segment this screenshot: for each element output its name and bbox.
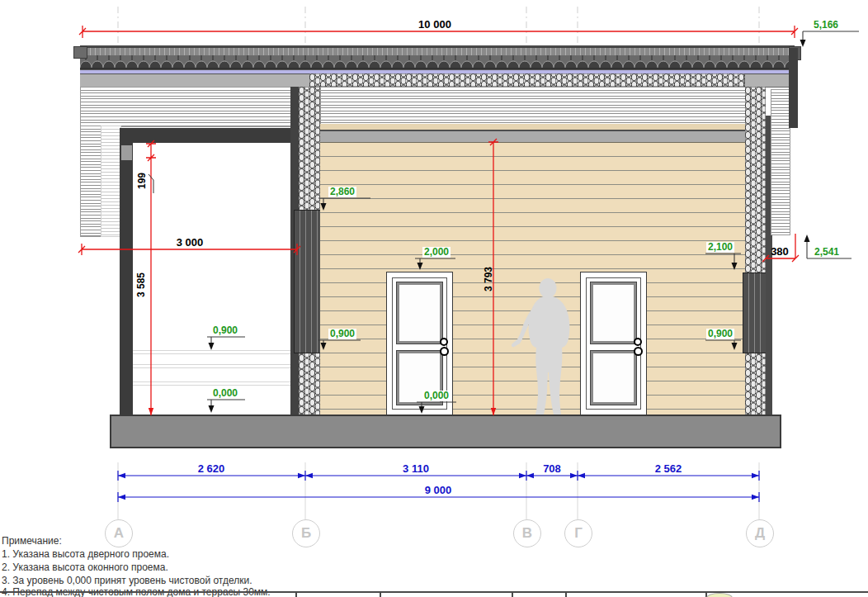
title-block-stamp-peek [706, 593, 733, 597]
elev-sill-right: 0,900 [706, 329, 734, 339]
elevation-arrowheads [209, 40, 810, 414]
elev-sill-porch: 0,900 [211, 325, 239, 336]
dim-span-1: 2 620 [178, 463, 244, 475]
note-2: 2. Указана высота оконного проема. [2, 561, 168, 573]
title-block-tick [380, 592, 381, 597]
dim-span-2: 3 110 [383, 463, 449, 475]
dim-porch-width: 3 000 [157, 237, 223, 249]
dim-span-4: 2 562 [635, 463, 701, 475]
dim-eave: 380 [766, 246, 794, 258]
elev-ceiling: 2,860 [328, 187, 356, 197]
elevation-leaders [207, 31, 859, 407]
elev-sill-wall: 0,900 [328, 329, 356, 339]
dim-span-3: 708 [519, 463, 585, 475]
note-1: 1. Указана высота дверного проема. [2, 548, 169, 560]
note-3: 3. За уровень 0,000 принят уровень чисто… [2, 575, 252, 586]
axis-bubble-d: Д [746, 519, 774, 547]
axis-label-v: В [522, 525, 532, 542]
dim-wall-height: 3 793 [483, 263, 494, 296]
section-drawing-canvas: 10 000 3 000 380 199 3 585 3 793 5,166 2… [0, 0, 868, 597]
dim-total-bottom: 9 000 [405, 485, 471, 496]
elev-eave-right: 2,541 [813, 247, 841, 258]
title-block-tick [512, 592, 513, 597]
axis-bubble-g: Г [564, 519, 592, 547]
axis-label-a: А [114, 525, 124, 542]
axis-bubble-b: Б [292, 519, 320, 547]
notes-title: Примечание: [2, 535, 62, 547]
title-block-tick [295, 592, 297, 597]
title-block-tick [565, 592, 567, 597]
title-block-edge [0, 591, 868, 593]
annotation-overlay [0, 0, 868, 597]
dim-porch-height: 3 585 [135, 268, 147, 301]
elev-floor-porch: 0,000 [211, 388, 239, 399]
axis-bubble-a: А [105, 519, 133, 547]
elev-window-head: 2,100 [706, 242, 734, 253]
axis-label-d: Д [755, 525, 765, 542]
dim-header: 199 [136, 170, 148, 192]
elev-floor-main: 0,000 [422, 391, 451, 401]
axis-label-g: Г [574, 525, 583, 542]
red-dimension-arrows [149, 408, 496, 415]
elev-roof: 5,166 [812, 20, 840, 31]
dim-total-top: 10 000 [402, 19, 468, 31]
red-dimension-lines [78, 26, 799, 415]
axis-bubble-v: В [513, 519, 541, 547]
axis-label-b: Б [301, 525, 311, 542]
elev-door-head: 2,000 [422, 247, 451, 258]
